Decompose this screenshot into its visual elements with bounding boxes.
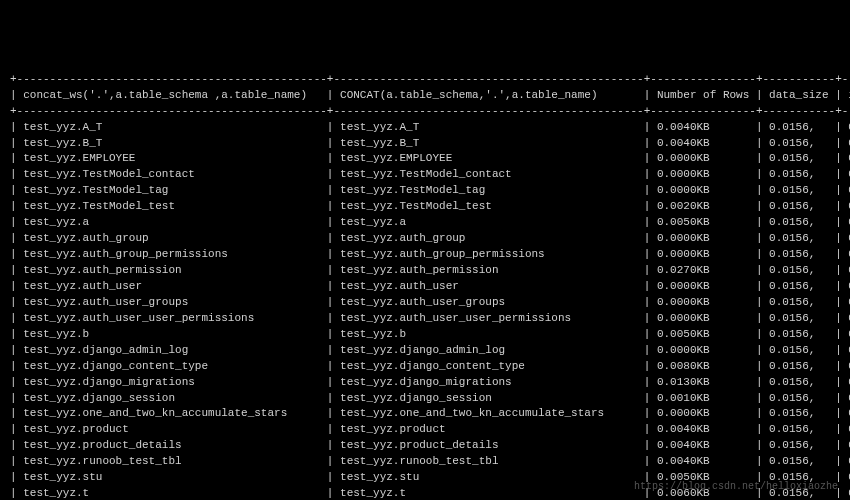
mysql-result-table: +---------------------------------------… <box>10 72 840 500</box>
watermark: https://blog.csdn.net/helloxiaozhe <box>634 480 838 495</box>
